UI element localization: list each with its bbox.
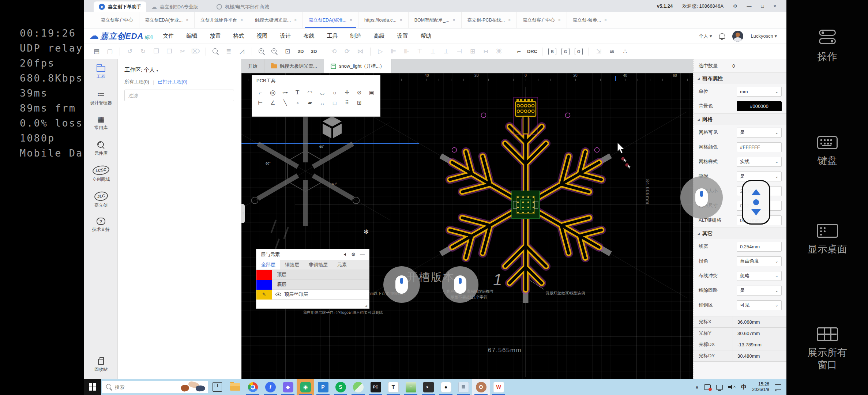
taskbar-wechat[interactable]: ◉ <box>297 379 314 395</box>
browser-tab[interactable]: 嘉立创-领券...× <box>567 12 613 28</box>
zoom-fit-icon[interactable]: ⊡ <box>282 46 293 57</box>
browser-tab[interactable]: 嘉立创客户中心× <box>517 12 567 28</box>
control-actions-button[interactable]: 操作 <box>786 29 868 63</box>
distribute-h-icon[interactable]: ⊣ <box>454 46 465 57</box>
layers-tab-copper[interactable]: 铜箔层 <box>280 260 304 270</box>
minimize-panel-icon[interactable]: — <box>371 78 376 83</box>
distribute-v-icon[interactable]: ∺ <box>480 46 491 57</box>
grid-style-select[interactable]: 实线⌄ <box>737 157 782 167</box>
solid-region-tool-icon[interactable]: ▰ <box>304 98 316 108</box>
layer-color-swatch[interactable] <box>256 280 272 290</box>
settings-gear-icon[interactable]: ⚙ <box>733 3 737 9</box>
menu-tools[interactable]: 工具 <box>327 33 338 40</box>
muted-speaker-icon[interactable]: × <box>728 384 736 390</box>
search-input[interactable] <box>115 384 170 390</box>
scroll-widget[interactable] <box>742 180 770 225</box>
mouse-hint-overlay[interactable] <box>383 266 420 303</box>
ime-indicator[interactable]: 中 <box>741 384 747 391</box>
browser-tab[interactable]: BOM智能配单_...× <box>409 12 462 28</box>
track-tool-icon[interactable]: ⌐ <box>254 88 267 97</box>
rotate-left-icon[interactable]: ⟲ <box>328 46 339 57</box>
taskbar-search[interactable] <box>102 381 208 393</box>
dimension-tool-icon[interactable]: ⊢ <box>254 98 267 108</box>
line-width-input[interactable]: 0.254mm <box>737 242 782 252</box>
pad-tool-icon[interactable]: ⊶ <box>279 88 292 97</box>
maximize-button[interactable]: □ <box>761 3 764 9</box>
grid-color-input[interactable]: #FFFFFF <box>737 142 782 152</box>
apptab-parts-mall[interactable]: 机械/电气零部件商城 <box>211 1 274 12</box>
apptab-eda-pro[interactable]: ☁ 嘉立创EDA专业版 <box>146 1 203 12</box>
layers-settings-gear-icon[interactable]: ⚙ <box>351 252 356 257</box>
select-region-tool-icon[interactable]: ▫ <box>291 98 304 108</box>
grid-visible-select[interactable]: 是⌄ <box>737 128 782 138</box>
resize-grip-icon[interactable]: ◢ <box>365 304 368 308</box>
panelize-tool-icon[interactable]: ⊞ <box>353 98 365 108</box>
avatar[interactable] <box>732 31 743 42</box>
align-bottom-icon[interactable]: ⊥ <box>428 46 439 57</box>
all-projects-link[interactable]: 所有工程(0) <box>124 79 149 85</box>
undo-icon[interactable]: ↺ <box>124 46 135 57</box>
screen-record-icon[interactable] <box>704 384 711 390</box>
layers-icon[interactable]: ≋ <box>606 46 617 57</box>
redo-icon[interactable]: ↻ <box>138 46 149 57</box>
group-tool-icon[interactable]: ⠿ <box>341 98 353 108</box>
sidebar-item-jlc[interactable]: JLC 嘉立创 <box>84 192 118 208</box>
browser-tab[interactable]: 嘉立创EDA(专业...× <box>139 12 195 28</box>
paste-icon[interactable]: ❒ <box>164 46 175 57</box>
menu-route[interactable]: 布线 <box>303 33 314 40</box>
pan-tool-icon[interactable]: ✛ <box>341 88 353 97</box>
align-left-icon[interactable]: ▷ <box>375 46 386 57</box>
save-icon[interactable]: ▢ <box>104 46 115 57</box>
layer-color-swatch[interactable] <box>256 270 272 280</box>
close-tab-icon[interactable]: × <box>240 18 243 23</box>
mouse-hint-overlay[interactable] <box>442 266 478 303</box>
search-highlight-images[interactable] <box>180 382 206 392</box>
close-tab-icon[interactable]: × <box>558 18 561 23</box>
remove-loop-select[interactable]: 是⌄ <box>737 286 782 296</box>
browser-tab[interactable]: 触摸无极调光雪...× <box>249 12 303 28</box>
taskbar-bear-app[interactable]: ʘ <box>472 379 490 395</box>
filter-input[interactable] <box>124 90 234 101</box>
view-2d-button[interactable]: 2D <box>295 46 306 57</box>
align-center-h-icon[interactable]: ⊫ <box>388 46 399 57</box>
doc-tab-pcb-active[interactable]: snow_light（开槽...） <box>324 59 391 73</box>
conflict-select[interactable]: 忽略⌄ <box>737 271 782 281</box>
layers-tab-noncopper[interactable]: 非铜箔层 <box>304 260 332 270</box>
open-icon[interactable]: ▤ <box>91 46 102 57</box>
taskbar-pycharm[interactable]: PC <box>367 379 384 395</box>
measure-icon[interactable]: ◿ <box>236 46 247 57</box>
workspace-dropdown[interactable]: 工作区: 个人 ▾ <box>124 67 234 74</box>
corner-select[interactable]: 自由角度⌄ <box>737 256 782 266</box>
gerber-export-icon[interactable]: G <box>561 48 570 55</box>
close-tab-icon[interactable]: × <box>400 18 402 23</box>
close-tab-icon[interactable]: × <box>452 18 455 23</box>
share-icon[interactable]: ∴ <box>620 46 631 57</box>
bom-export-icon[interactable]: B <box>548 48 556 55</box>
layer-row-top-silk[interactable]: ✎ 顶层丝印层 <box>256 290 369 300</box>
arc-center-tool-icon[interactable]: ◡ <box>316 88 328 97</box>
cut-icon[interactable]: ✂ <box>177 46 188 57</box>
close-tab-icon[interactable]: × <box>350 18 352 23</box>
circle-tool-icon[interactable]: ○ <box>328 88 341 97</box>
control-keyboard-button[interactable]: 键盘 <box>786 136 868 167</box>
image-tool-icon[interactable]: ▣ <box>365 88 378 97</box>
taskbar-app-s[interactable]: S <box>332 379 349 395</box>
close-tab-icon[interactable]: × <box>294 18 297 23</box>
menu-file[interactable]: 文件 <box>163 33 174 40</box>
menu-design[interactable]: 设计 <box>280 33 291 40</box>
taskbar-app-f[interactable]: f <box>262 379 279 395</box>
layers-header[interactable]: 层与元素 ➤ ⚙ — <box>256 249 369 260</box>
find-similar-icon[interactable]: ≣ <box>223 46 234 57</box>
copper-area-select[interactable]: 可见⌄ <box>737 300 782 310</box>
menu-edit[interactable]: 编辑 <box>186 33 197 40</box>
browser-tab[interactable]: 嘉立创客户中心 <box>95 12 139 28</box>
apptab-order-helper[interactable]: e 嘉立创下单助手 <box>94 1 146 12</box>
flip-icon[interactable]: ⋈ <box>355 46 366 57</box>
zoom-out-icon[interactable]: − <box>271 48 278 55</box>
arc-tool-icon[interactable]: ◠ <box>304 88 316 97</box>
sidebar-item-recycle-bin[interactable]: 回收站 <box>84 357 118 372</box>
browser-tab[interactable]: 立创开源硬件平台× <box>195 12 249 28</box>
taskbar-explorer[interactable] <box>226 379 244 395</box>
sidebar-item-component-library[interactable]: 元件库 <box>84 141 118 156</box>
notifications-bell-icon[interactable] <box>719 33 725 39</box>
